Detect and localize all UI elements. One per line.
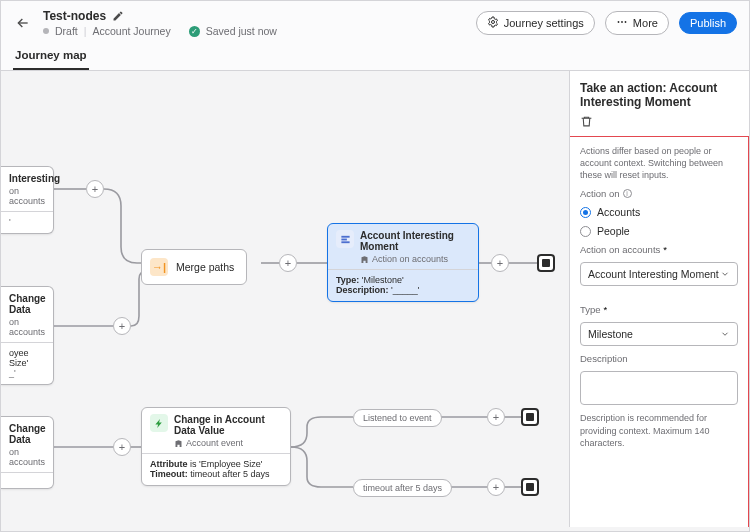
svg-rect-5 <box>341 238 347 240</box>
radio-people[interactable]: People <box>580 225 738 237</box>
dots-icon <box>616 16 628 30</box>
info-icon[interactable]: i <box>623 189 632 198</box>
saved-check-icon: ✓ <box>189 26 200 37</box>
action-on-accounts-label: Action on accounts <box>580 244 738 255</box>
building-icon <box>360 255 369 264</box>
panel-body: Actions differ based on people or accoun… <box>570 136 749 527</box>
pencil-icon[interactable] <box>112 10 124 22</box>
add-node-3[interactable]: + <box>279 254 297 272</box>
gear-icon <box>487 16 499 30</box>
merge-node[interactable]: →| Merge paths <box>141 249 247 285</box>
add-node-6[interactable]: + <box>487 408 505 426</box>
chevron-down-icon <box>720 329 730 339</box>
chevron-down-icon <box>720 269 730 279</box>
type-label: Type <box>580 304 738 315</box>
end-node-3[interactable] <box>521 478 539 496</box>
journey-type: Account Journey <box>93 25 171 37</box>
branch-listened[interactable]: Listened to event <box>353 409 442 427</box>
panel-hint: Actions differ based on people or accoun… <box>580 145 738 181</box>
journey-title: Test-nodes <box>43 9 106 23</box>
back-button[interactable] <box>13 13 33 33</box>
add-node-1[interactable]: + <box>86 180 104 198</box>
title-block: Test-nodes Draft | Account Journey ✓ Sav… <box>43 9 277 37</box>
more-button[interactable]: More <box>605 11 669 35</box>
node-action-interesting-moment[interactable]: Account Interesting Moment Action on acc… <box>327 223 479 302</box>
journey-settings-button[interactable]: Journey settings <box>476 11 595 35</box>
workspace: Interesting on accounts ' Change Data on… <box>1 71 749 527</box>
radio-icon <box>580 226 591 237</box>
node-event-change-data[interactable]: Change in Account Data Value Account eve… <box>141 407 291 486</box>
delete-button[interactable] <box>570 115 749 136</box>
svg-rect-6 <box>341 241 349 243</box>
panel-title: Take an action: Account Interesting Mome… <box>570 71 749 115</box>
svg-point-3 <box>624 21 626 23</box>
node-partial-change-1[interactable]: Change Data on accounts oyee Size' _' <box>1 286 54 385</box>
action-on-accounts-select[interactable]: Account Interesting Moment <box>580 262 738 286</box>
description-label: Description <box>580 353 738 364</box>
add-node-2[interactable]: + <box>113 317 131 335</box>
branch-timeout[interactable]: timeout after 5 days <box>353 479 452 497</box>
action-on-label: Action on i <box>580 188 738 199</box>
description-hint: Description is recommended for providing… <box>580 412 738 448</box>
status-label: Draft <box>55 25 78 37</box>
add-node-4[interactable]: + <box>491 254 509 272</box>
end-node-2[interactable] <box>521 408 539 426</box>
node-partial-change-2[interactable]: Change Data on accounts <box>1 416 54 489</box>
end-node-1[interactable] <box>537 254 555 272</box>
status-dot-icon <box>43 28 49 34</box>
add-node-7[interactable]: + <box>487 478 505 496</box>
svg-point-2 <box>621 21 623 23</box>
svg-point-1 <box>617 21 619 23</box>
node-partial-interesting[interactable]: Interesting on accounts ' <box>1 166 54 234</box>
merge-icon: →| <box>150 258 168 276</box>
building-icon <box>174 439 183 448</box>
canvas[interactable]: Interesting on accounts ' Change Data on… <box>1 71 569 527</box>
svg-point-0 <box>491 21 494 24</box>
type-select[interactable]: Milestone <box>580 322 738 346</box>
inspector-panel: Take an action: Account Interesting Mome… <box>569 71 749 527</box>
svg-rect-4 <box>341 235 349 237</box>
action-icon <box>336 230 354 248</box>
bolt-icon <box>150 414 168 432</box>
tab-journey-map[interactable]: Journey map <box>13 43 89 70</box>
add-node-5[interactable]: + <box>113 438 131 456</box>
description-input[interactable] <box>580 371 738 405</box>
saved-label: Saved just now <box>206 25 277 37</box>
publish-button[interactable]: Publish <box>679 12 737 34</box>
header: Test-nodes Draft | Account Journey ✓ Sav… <box>1 1 749 71</box>
radio-accounts[interactable]: Accounts <box>580 206 738 218</box>
radio-icon <box>580 207 591 218</box>
